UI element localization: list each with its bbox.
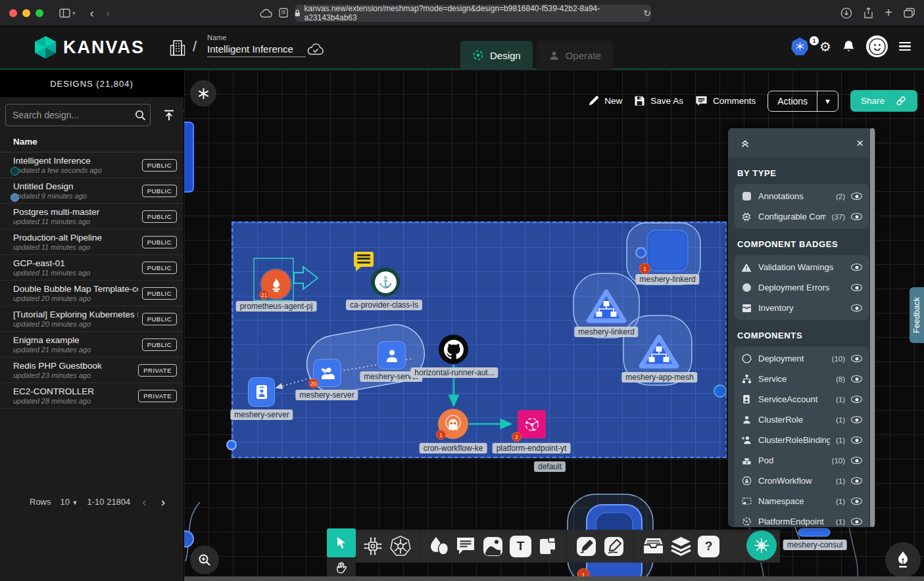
panel-row-annotations[interactable]: Annotations (2) [735, 186, 869, 206]
settings-gear-icon[interactable]: ⚙ [819, 39, 831, 55]
design-list-item[interactable]: [Tutorial] Exploring Kubernetes Podupdat… [0, 306, 183, 332]
user-avatar[interactable] [866, 35, 888, 57]
design-tools-button[interactable] [885, 542, 921, 578]
eye-icon[interactable] [851, 518, 862, 525]
reader-icon[interactable] [279, 8, 288, 18]
design-list-item[interactable]: EC2-CONTROLLERupdated 28 minutes ago PRI… [0, 383, 183, 409]
node-horizontal-runner[interactable] [439, 335, 468, 364]
organization-icon[interactable] [170, 38, 185, 57]
cloud-icon[interactable] [260, 9, 273, 18]
help-icon[interactable]: ? [698, 536, 719, 557]
notifications-bell-icon[interactable] [842, 39, 855, 53]
eye-icon[interactable] [851, 284, 862, 291]
pencil-tool-icon[interactable] [603, 536, 625, 557]
prev-page-button[interactable]: ‹ [139, 496, 149, 508]
arrow-shape[interactable] [294, 267, 318, 289]
node-platform-endpoint[interactable] [518, 410, 546, 438]
close-panel-icon[interactable]: × [856, 136, 863, 151]
zoom-window-icon[interactable] [36, 9, 43, 17]
panel-row-serviceaccount[interactable]: ServiceAccount (1) [735, 389, 869, 409]
drawer-icon[interactable] [643, 536, 664, 556]
reload-icon[interactable]: ↻ [643, 8, 651, 18]
panel-row-inventory[interactable]: Inventory [735, 298, 869, 318]
components-icon[interactable] [362, 536, 383, 557]
canvas-horizontal-scrollbar[interactable] [184, 576, 924, 581]
pan-tool[interactable] [327, 557, 356, 578]
eye-icon[interactable] [851, 457, 862, 464]
panel-row-clusterrolebinding[interactable]: ClusterRoleBinding (1) [735, 430, 869, 450]
zoom-button[interactable] [190, 546, 219, 574]
new-tab-icon[interactable]: + [885, 5, 892, 20]
annotation-comment-icon[interactable] [354, 252, 374, 267]
search-input[interactable] [5, 104, 151, 126]
design-list-item[interactable]: Redis PHP Guestbookupdated 23 minutes ag… [0, 358, 183, 383]
address-bar[interactable]: kanvas.new/extension/meshmap?mode=design… [295, 5, 651, 22]
panel-row-deployment[interactable]: Deployment (10) [735, 348, 869, 369]
eye-icon[interactable] [851, 375, 862, 383]
rows-per-page-select[interactable]: 10 ▼ [61, 497, 78, 507]
freeze-button[interactable] [190, 80, 216, 106]
feedback-tab[interactable]: Feedback [910, 287, 924, 343]
share-button[interactable]: Share [850, 90, 917, 112]
close-window-icon[interactable] [9, 9, 17, 17]
tab-overview-icon[interactable] [904, 8, 915, 18]
tab-operate[interactable]: Operate [537, 41, 613, 70]
eye-icon[interactable] [851, 355, 862, 362]
panel-row-service[interactable]: Service (8) [735, 369, 869, 389]
pen-tool-icon[interactable] [575, 536, 597, 557]
tab-design[interactable]: Design [460, 41, 533, 70]
downloads-icon[interactable] [840, 7, 852, 19]
panel-row-platformendpoint[interactable]: PlatformEndpoint (1) [735, 511, 869, 527]
share-page-icon[interactable] [863, 7, 873, 19]
meshery-chat-button[interactable] [746, 530, 777, 561]
select-tool[interactable] [327, 528, 356, 557]
eye-icon[interactable] [851, 396, 862, 403]
design-list-item[interactable]: Production-alt Pipelineupdated 11 minute… [0, 229, 183, 255]
note-tool-icon[interactable] [537, 536, 558, 557]
panel-row-namespace[interactable]: Namespace (1) [735, 491, 869, 511]
node-linkerd-top[interactable] [646, 229, 689, 271]
comment-tool-icon[interactable] [455, 536, 476, 556]
design-list-item[interactable]: Enigma exampleupdated 21 minutes ago PUB… [0, 332, 183, 358]
design-list-item[interactable]: GCP-east-01updated 11 minutes ago PUBLIC [0, 255, 183, 281]
sidebar-toggle-icon[interactable] [59, 9, 70, 18]
design-list-item[interactable]: Postgres multi-masterupdated 11 minutes … [0, 204, 183, 229]
panel-row-cronworkflow[interactable]: CronWorkflow (1) [735, 471, 869, 491]
design-name-input[interactable] [207, 41, 306, 57]
next-page-button[interactable]: › [158, 496, 168, 508]
image-tool-icon[interactable] [482, 536, 504, 557]
panel-row-pod[interactable]: Pod (10) [735, 450, 869, 471]
layers-icon[interactable] [670, 536, 692, 557]
collapse-panel-icon[interactable] [740, 138, 750, 149]
panel-scrollbar[interactable] [870, 128, 875, 527]
eye-icon[interactable] [851, 477, 862, 484]
node-meshery-server-top[interactable] [377, 341, 406, 369]
eye-icon[interactable] [851, 436, 862, 444]
panel-row-validation-warnings[interactable]: Validation Warnings [735, 257, 869, 277]
text-tool-icon[interactable]: T [510, 536, 531, 557]
panel-row-configurable-components[interactable]: Configurable Compon (37) [735, 206, 869, 227]
eye-icon[interactable] [851, 213, 862, 220]
save-as-button[interactable]: Save As [634, 95, 683, 106]
panel-row-clusterrole[interactable]: ClusterRole (1) [735, 409, 869, 430]
kubernetes-icon[interactable] [389, 535, 412, 557]
eye-icon[interactable] [851, 304, 862, 312]
traffic-lights[interactable] [9, 9, 49, 17]
kanvas-logo[interactable]: KANVAS [34, 35, 145, 59]
node-linkerd-mid[interactable] [585, 287, 628, 325]
eye-icon[interactable] [851, 498, 862, 505]
eye-icon[interactable] [851, 264, 862, 271]
eye-icon[interactable] [851, 416, 862, 423]
chevron-down-icon[interactable]: ▾ [72, 10, 76, 16]
consul-node[interactable] [798, 528, 830, 536]
node-meshery-server-card[interactable] [248, 377, 275, 407]
back-icon[interactable]: ‹ [90, 6, 94, 20]
comments-button[interactable]: Comments [695, 95, 756, 106]
design-list-item[interactable]: Double Bubble Map Template-copyupdated 2… [0, 281, 183, 306]
node-ca-provider[interactable]: ⚓ [371, 267, 400, 296]
selection-handle[interactable] [227, 440, 236, 450]
node-app-mesh[interactable] [637, 333, 681, 371]
import-design-icon[interactable] [163, 110, 175, 121]
minimize-window-icon[interactable] [22, 9, 30, 17]
new-button[interactable]: New [588, 95, 622, 106]
